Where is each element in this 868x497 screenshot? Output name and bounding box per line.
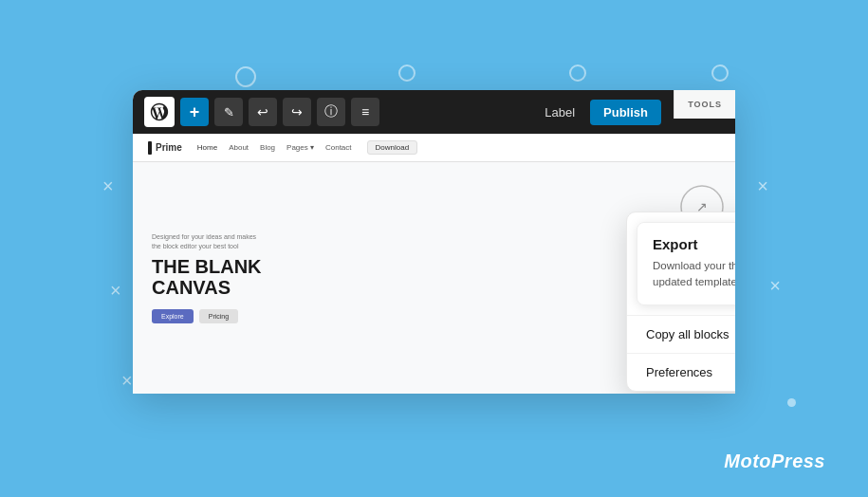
nav-blog[interactable]: Blog [260,143,275,152]
add-block-button[interactable]: + [180,98,209,126]
menu-button[interactable]: ≡ [351,98,379,126]
info-button[interactable]: ⓘ [317,98,345,126]
bg-plus-1: × [102,175,114,197]
info-icon: ⓘ [324,103,338,120]
redo-icon: ↪ [291,104,303,120]
export-description: Download your theme withupdated template… [653,258,735,291]
site-tagline: Designed for your ideas and makesthe blo… [152,232,602,251]
undo-button[interactable]: ↩ [249,98,277,126]
wp-toolbar: + ✎ ↩ ↪ ⓘ ≡ Label Publish ⚙ ⋯ [133,90,735,134]
undo-icon: ↩ [257,104,268,120]
wp-logo [144,97,175,127]
menu-icon: ≡ [361,104,369,120]
site-logo: Prime [148,141,182,155]
label-button[interactable]: Label [535,101,584,123]
logo-bar [148,141,152,155]
bg-circle-4 [711,64,729,82]
bg-plus-4: × [757,175,768,197]
export-card-text: Export Download your theme withupdated t… [653,236,735,291]
site-content: Designed for your ideas and makesthe blo… [133,162,735,394]
wordpress-icon [149,101,170,122]
site-headline: THE BLANK CANVAS [152,256,602,298]
pricing-button[interactable]: Pricing [199,309,238,323]
bg-plus-5: × [769,275,781,297]
nav-contact[interactable]: Contact [325,143,352,152]
site-cta-buttons: Explore Pricing [152,309,602,323]
publish-button[interactable]: Publish [590,100,661,125]
export-card[interactable]: Export Download your theme withupdated t… [637,222,735,305]
redo-button[interactable]: ↪ [283,98,311,126]
copy-all-blocks-item[interactable]: Copy all blocks [627,315,735,353]
bg-plus-2: × [110,280,121,302]
tools-label: TOOLS [674,90,735,119]
site-nav-links: Home About Blog Pages ▾ Contact [197,143,352,152]
bg-circle-3 [569,64,586,82]
bg-plus-3: × [121,370,133,392]
motopress-logo: MotoPress [724,451,825,472]
export-title: Export [653,236,735,252]
explore-button[interactable]: Explore [152,309,194,323]
nav-about[interactable]: About [229,143,249,152]
site-navbar: Prime Home About Blog Pages ▾ Contact Do… [133,134,735,162]
pencil-icon: ✎ [224,105,234,120]
browser-window: + ✎ ↩ ↪ ⓘ ≡ Label Publish ⚙ ⋯ Pr [133,90,735,394]
site-hero: Designed for your ideas and makesthe blo… [133,162,621,394]
bg-circle-1 [235,66,256,87]
nav-home[interactable]: Home [197,143,217,152]
bg-dot-3 [787,398,796,407]
nav-download-button[interactable]: Download [367,140,418,155]
bg-circle-2 [398,64,416,82]
preferences-item[interactable]: Preferences [627,353,735,391]
export-dropdown: Export Download your theme withupdated t… [626,212,735,392]
nav-pages[interactable]: Pages ▾ [286,143,314,152]
pencil-button[interactable]: ✎ [214,98,243,126]
